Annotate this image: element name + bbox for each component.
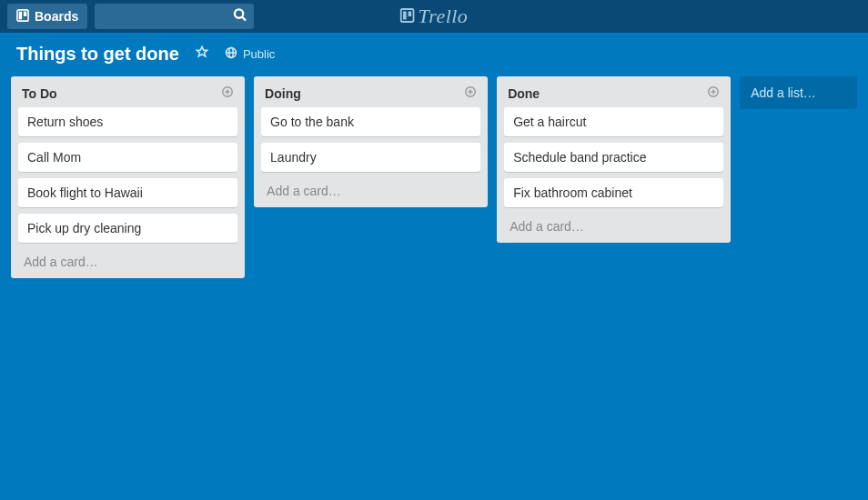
list-header: To Do [16,82,239,107]
list-done: Done Get a haircut Schedule band practic… [497,76,731,243]
svg-rect-1 [19,11,23,19]
search-box[interactable] [95,4,254,29]
card-text: Return shoes [27,115,103,129]
svg-rect-5 [401,9,414,22]
brand-name: Trello [419,5,469,28]
board-canvas: To Do Return shoes Call Mom Book flight … [0,75,868,289]
boards-button[interactable]: Boards [7,4,87,29]
card-text: Go to the bank [270,115,354,129]
svg-marker-8 [197,46,207,56]
list-header: Done [502,82,725,107]
brand-logo[interactable]: Trello [400,5,469,28]
card[interactable]: Pick up dry cleaning [18,214,237,243]
card[interactable]: Get a haircut [504,107,723,136]
svg-point-3 [235,9,243,17]
card[interactable]: Schedule band practice [504,143,723,172]
list-todo: To Do Return shoes Call Mom Book flight … [11,76,245,278]
svg-rect-6 [403,12,407,20]
card-text: Laundry [270,150,317,165]
list-doing: Doing Go to the bank Laundry Add a card… [254,76,488,207]
card-text: Pick up dry cleaning [27,221,141,235]
card[interactable]: Call Mom [18,143,237,172]
add-card-button[interactable]: Add a card… [259,178,482,200]
add-card-button[interactable]: Add a card… [16,249,239,271]
board-visibility-label: Public [243,47,275,61]
card[interactable]: Return shoes [18,107,237,136]
list-title[interactable]: Done [508,86,540,101]
list-header: Doing [259,82,482,107]
topbar: Boards Trello [0,0,868,33]
globe-icon [225,46,237,62]
board-title[interactable]: Things to get done [16,44,179,65]
card[interactable]: Go to the bank [261,107,480,136]
add-list-button[interactable]: Add a list… [740,76,857,109]
boards-button-label: Boards [35,9,78,24]
search-input[interactable] [102,10,247,24]
board-header: Things to get done Public [0,33,868,75]
svg-rect-7 [409,12,412,17]
card[interactable]: Book flight to Hawaii [18,178,237,207]
card-text: Get a haircut [513,115,586,129]
list-title[interactable]: Doing [265,86,301,101]
list-menu-icon[interactable] [707,85,720,102]
list-menu-icon[interactable] [221,85,234,102]
card-text: Call Mom [27,150,81,165]
card-text: Book flight to Hawaii [27,185,143,200]
board-visibility[interactable]: Public [225,46,275,62]
card[interactable]: Laundry [261,143,480,172]
svg-rect-2 [24,11,27,15]
card[interactable]: Fix bathroom cabinet [504,178,723,207]
star-icon[interactable] [196,45,208,62]
add-card-button[interactable]: Add a card… [502,214,725,235]
list-title[interactable]: To Do [22,86,57,101]
card-text: Schedule band practice [513,150,646,165]
svg-line-4 [243,17,247,21]
card-text: Fix bathroom cabinet [513,185,632,200]
trello-logo-icon [400,5,415,28]
search-icon [233,8,247,25]
list-menu-icon[interactable] [464,85,477,102]
boards-icon [16,9,29,25]
